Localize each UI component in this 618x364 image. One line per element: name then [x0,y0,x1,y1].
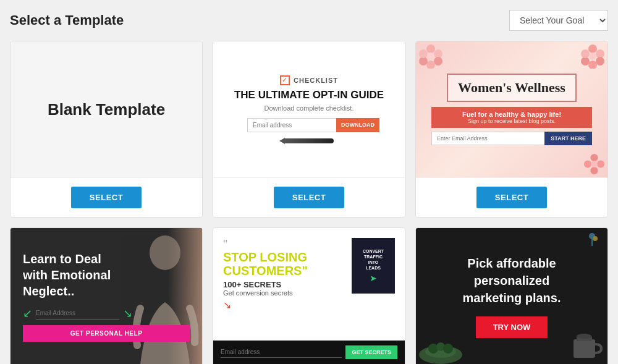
goal-select[interactable]: Select Your Goal [509,10,608,31]
customers-headline: STOP LOSINGCUSTOMERS" [223,250,344,277]
select-button-wellness[interactable]: SELECT [476,187,547,208]
wellness-tagline: Fuel for a healthy & happy life! [439,111,585,118]
marketing-text: Pick affordable personalized marketing p… [428,255,595,307]
customers-text-side: " STOP LOSINGCUSTOMERS" 100+ SECRETS Get… [223,238,344,311]
person-silhouette-icon [128,228,202,364]
customers-sub2: Get conversion secrets [223,289,344,297]
neglect-title: Learn to Deal with Emotional Neglect.. [23,251,123,299]
blank-template-label: Blank Template [48,100,165,119]
neglect-help-btn[interactable]: GET PERSONAL HELP [23,325,190,342]
blank-preview: Blank Template [11,41,202,177]
customers-get-btn[interactable]: GET SECRETS [345,345,397,359]
template-card-neglect: Learn to Deal with Emotional Neglect.. ↙… [10,227,203,364]
page-title: Select a Template [10,12,124,28]
wellness-inner: Women's Wellness Fuel for a healthy & ha… [416,41,607,177]
customers-sub1: 100+ SECRETS [223,280,344,289]
checklist-subtitle: Download complete checklist. [265,104,354,112]
customers-book: CONVERT TRAFFIC INTO LEADS ➤ [352,238,395,294]
customers-book-title: CONVERT TRAFFIC INTO LEADS [363,248,384,271]
checklist-title: THE ULTIMATE OPT-IN GUIDE [234,89,384,101]
customers-preview: " STOP LOSINGCUSTOMERS" 100+ SECRETS Get… [213,228,405,364]
page-header: Select a Template Select Your Goal [10,10,608,31]
card-footer-wellness: SELECT [416,177,607,217]
wellness-form: START HERE [431,132,592,145]
checklist-pen-decoration [284,138,334,143]
card-footer-blank: SELECT [11,177,202,217]
wellness-title-box: Women's Wellness [447,74,577,102]
template-card-customers: " STOP LOSINGCUSTOMERS" 100+ SECRETS Get… [213,227,405,364]
neglect-person-image [116,228,203,364]
svg-point-27 [577,334,591,339]
wellness-start-btn[interactable]: START HERE [544,132,592,145]
card-footer-checklist: SELECT [213,177,405,217]
template-grid: Blank Template SELECT CHECKLIST THE ULTI… [10,41,608,364]
template-card-marketing: Pick affordable personalized marketing p… [415,227,608,364]
wellness-preview: Women's Wellness Fuel for a healthy & ha… [416,41,607,177]
checklist-icon-row: CHECKLIST [280,75,338,85]
marketing-preview: Pick affordable personalized marketing p… [416,228,607,364]
svg-rect-30 [591,239,593,246]
customers-top: " STOP LOSINGCUSTOMERS" 100+ SECRETS Get… [213,228,405,341]
food-bowl-icon [416,327,465,364]
checklist-download-btn[interactable]: DOWNLOAD [336,118,379,132]
customers-email-input[interactable] [221,347,342,358]
checklist-form: DOWNLOAD [247,118,371,132]
select-button-blank[interactable]: SELECT [71,187,142,208]
coffee-cup-icon [564,327,607,364]
neglect-arrow-right-icon: ↘ [123,307,132,320]
customers-book-arrow-icon: ➤ [370,273,377,283]
checklist-check-icon [280,75,290,85]
svg-point-19 [150,235,180,270]
checklist-email-input[interactable] [247,118,336,132]
checklist-badge: CHECKLIST [294,77,338,84]
template-card-checklist: CHECKLIST THE ULTIMATE OPT-IN GUIDE Down… [213,41,405,218]
svg-rect-25 [574,339,595,358]
wellness-sub: Sign up to receive latest blog posts. [439,118,585,124]
neglect-preview: Learn to Deal with Emotional Neglect.. ↙… [11,228,202,364]
neglect-email-input[interactable] [36,307,119,320]
customers-bottom: GET SECRETS [213,341,405,364]
wellness-coral-bar: Fuel for a healthy & happy life! Sign up… [431,107,592,128]
customers-quote: " [223,238,344,250]
svg-point-29 [593,236,598,241]
pins-icon [583,231,601,250]
wellness-email-input[interactable] [431,132,544,145]
neglect-form-row: ↙ ↘ [23,307,190,320]
wellness-title: Women's Wellness [458,80,565,95]
marketing-try-btn[interactable]: TRY NOW [476,316,548,338]
checklist-preview: CHECKLIST THE ULTIMATE OPT-IN GUIDE Down… [213,41,405,177]
template-card-wellness: Women's Wellness Fuel for a healthy & ha… [415,41,608,218]
svg-point-24 [443,344,453,353]
select-button-checklist[interactable]: SELECT [274,187,344,208]
template-card-blank: Blank Template SELECT [10,41,203,218]
neglect-arrow-left-icon: ↙ [23,307,32,320]
customers-arrow-icon: ↘ [223,299,344,311]
